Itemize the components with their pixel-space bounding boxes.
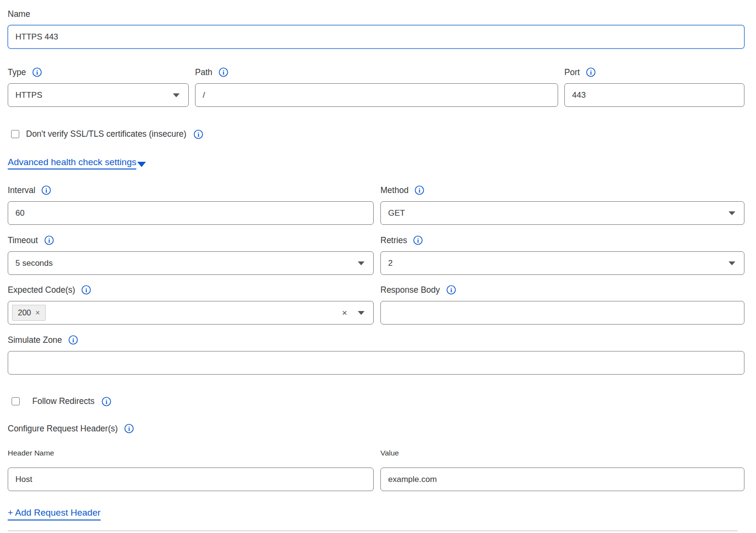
- chevron-down-icon[interactable]: [358, 311, 365, 315]
- info-icon[interactable]: i: [32, 67, 42, 77]
- info-icon[interactable]: i: [415, 185, 424, 195]
- simulate-zone-input[interactable]: [8, 351, 744, 375]
- interval-field: Interval i: [8, 185, 374, 225]
- method-field: Method i GET: [380, 185, 744, 225]
- svg-text:i: i: [36, 69, 38, 76]
- port-field: Port i: [564, 67, 744, 107]
- retries-field: Retries i 2: [380, 235, 744, 275]
- advanced-settings-link[interactable]: Advanced health check settings: [8, 157, 136, 169]
- header-name-input[interactable]: [8, 468, 374, 491]
- ssl-verify-checkbox[interactable]: [11, 130, 19, 138]
- type-field: Type i HTTPS: [8, 67, 189, 107]
- ssl-verify-label: Don't verify SSL/TLS certificates (insec…: [26, 129, 186, 139]
- clear-all-icon[interactable]: ×: [342, 308, 347, 317]
- name-label: Name: [8, 9, 30, 19]
- port-label: Port: [564, 67, 580, 78]
- follow-redirects-checkbox[interactable]: [12, 397, 20, 405]
- info-icon[interactable]: i: [219, 67, 228, 77]
- svg-text:i: i: [417, 237, 419, 244]
- interval-label: Interval: [8, 185, 35, 195]
- port-input[interactable]: [564, 83, 744, 107]
- info-icon[interactable]: i: [124, 424, 134, 433]
- response-body-field: Response Body i: [380, 285, 744, 325]
- type-label: Type: [8, 67, 26, 78]
- svg-text:i: i: [85, 286, 87, 294]
- timeout-field: Timeout i 5 seconds: [8, 235, 374, 275]
- retries-select[interactable]: 2: [380, 251, 744, 275]
- svg-text:i: i: [419, 187, 421, 194]
- request-header-row: Header Name Value: [8, 448, 744, 491]
- timeout-select-value: 5 seconds: [15, 259, 53, 268]
- info-icon[interactable]: i: [194, 130, 203, 139]
- svg-text:i: i: [106, 398, 108, 405]
- chevron-down-icon: [173, 93, 180, 97]
- section-divider: [8, 531, 738, 531]
- info-icon[interactable]: i: [41, 185, 51, 195]
- svg-text:i: i: [590, 69, 592, 76]
- expected-codes-multiselect[interactable]: 200 × ×: [8, 301, 374, 325]
- header-name-field: Header Name: [8, 448, 374, 491]
- code-tag: 200 ×: [12, 305, 46, 321]
- method-select[interactable]: GET: [380, 201, 744, 225]
- simulate-zone-label: Simulate Zone: [8, 335, 62, 345]
- info-icon[interactable]: i: [586, 67, 596, 77]
- chevron-down-icon: [358, 261, 365, 265]
- retries-select-value: 2: [388, 259, 392, 268]
- type-select[interactable]: HTTPS: [8, 83, 189, 107]
- info-icon[interactable]: i: [446, 285, 456, 295]
- chevron-down-icon: [729, 261, 735, 265]
- timeout-label: Timeout: [8, 235, 38, 246]
- chevron-down-icon: [729, 211, 735, 215]
- follow-redirects-label: Follow Redirects: [32, 396, 94, 406]
- svg-text:i: i: [48, 237, 50, 244]
- header-value-field: Value: [380, 448, 744, 491]
- path-input[interactable]: [195, 83, 558, 107]
- simulate-zone-field: Simulate Zone i: [8, 335, 744, 375]
- svg-text:i: i: [72, 337, 74, 344]
- code-tag-value: 200: [18, 308, 31, 317]
- request-headers-section-label: Configure Request Header(s): [8, 423, 118, 434]
- svg-text:i: i: [450, 286, 452, 294]
- name-input[interactable]: [8, 25, 744, 49]
- svg-text:i: i: [197, 130, 199, 138]
- type-select-value: HTTPS: [15, 91, 42, 100]
- method-label: Method: [380, 185, 408, 195]
- svg-text:i: i: [222, 69, 224, 76]
- method-select-value: GET: [388, 208, 405, 218]
- path-label: Path: [195, 67, 212, 78]
- header-name-label: Header Name: [8, 448, 54, 458]
- path-field: Path i: [195, 67, 558, 107]
- info-icon[interactable]: i: [68, 335, 78, 345]
- timeout-select[interactable]: 5 seconds: [8, 251, 374, 275]
- health-check-form: Name Type i HTTPS Path i: [8, 0, 744, 531]
- chevron-down-icon: [137, 162, 146, 167]
- header-value-input[interactable]: [380, 468, 744, 491]
- header-value-label: Value: [380, 448, 399, 458]
- info-icon[interactable]: i: [81, 285, 91, 295]
- remove-tag-icon[interactable]: ×: [36, 309, 40, 317]
- retries-label: Retries: [380, 235, 407, 246]
- expected-codes-field: Expected Code(s) i 200 × ×: [8, 285, 374, 325]
- info-icon[interactable]: i: [413, 235, 423, 245]
- info-icon[interactable]: i: [102, 397, 111, 406]
- info-icon[interactable]: i: [44, 235, 54, 245]
- response-body-label: Response Body: [380, 285, 440, 295]
- svg-text:i: i: [128, 425, 130, 432]
- svg-text:i: i: [46, 187, 48, 194]
- expected-codes-label: Expected Code(s): [8, 285, 75, 295]
- interval-input[interactable]: [8, 201, 374, 225]
- response-body-input[interactable]: [380, 301, 744, 325]
- add-request-header-link[interactable]: + Add Request Header: [8, 507, 101, 520]
